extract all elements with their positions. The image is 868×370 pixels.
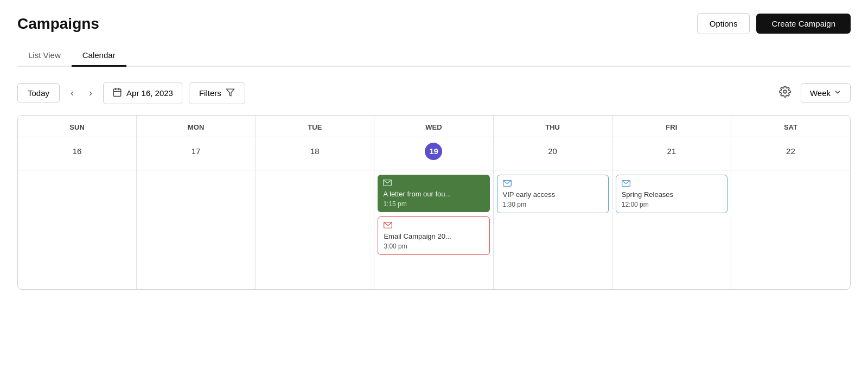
day-header-mon: MON: [137, 116, 256, 137]
event-time-vip: 1:30 pm: [503, 201, 603, 208]
date-cell-16[interactable]: 16: [18, 137, 137, 170]
prev-arrow-button[interactable]: ‹: [66, 84, 78, 102]
page-title: Campaigns: [17, 15, 99, 33]
day-header-thu: THU: [494, 116, 612, 137]
today-button[interactable]: Today: [17, 83, 60, 103]
event-title-email-campaign: Email Campaign 20...: [384, 232, 483, 241]
tab-list-view[interactable]: List View: [17, 45, 72, 67]
date-picker-value: Apr 16, 2023: [126, 88, 173, 98]
event-cell-thu: VIP early access 1:30 pm: [494, 170, 612, 289]
tabs: List View Calendar: [17, 45, 851, 67]
day-header-wed: WED: [374, 116, 493, 137]
date-cell-18[interactable]: 18: [256, 137, 374, 170]
chevron-down-icon: [834, 88, 841, 98]
date-cell-17[interactable]: 17: [137, 137, 256, 170]
week-selector-button[interactable]: Week: [801, 83, 851, 103]
mail-icon-vip: [503, 180, 603, 188]
week-label: Week: [810, 88, 831, 98]
event-title-letter: A letter from our fou...: [383, 190, 484, 199]
date-number-17: 17: [187, 143, 205, 160]
event-cell-mon: [137, 170, 256, 289]
tab-calendar[interactable]: Calendar: [72, 45, 126, 67]
date-number-22: 22: [782, 143, 799, 160]
create-campaign-button[interactable]: Create Campaign: [756, 14, 851, 34]
date-number-18: 18: [306, 143, 323, 160]
date-cell-22[interactable]: 22: [731, 137, 850, 170]
calendar-date-row: 16 17 18 19 20 21 22: [18, 137, 850, 170]
event-cell-sun: [18, 170, 137, 289]
event-cell-tue: [256, 170, 374, 289]
event-time-letter: 1:15 pm: [383, 200, 484, 208]
date-number-20: 20: [544, 143, 561, 160]
date-number-16: 16: [68, 143, 86, 160]
event-cell-wed: A letter from our fou... 1:15 pm Email C…: [374, 170, 493, 289]
day-header-fri: FRI: [612, 116, 731, 137]
page: Campaigns Options Create Campaign List V…: [0, 0, 868, 303]
calendar-day-headers: SUN MON TUE WED THU FRI SAT: [18, 116, 850, 137]
calendar-grid: SUN MON TUE WED THU FRI SAT 16 17 18 19 …: [17, 115, 851, 290]
header-actions: Options Create Campaign: [697, 13, 851, 34]
filter-icon: [226, 88, 235, 99]
event-cell-fri: Spring Releases 12:00 pm: [612, 170, 731, 289]
gear-icon: [779, 87, 791, 100]
date-cell-21[interactable]: 21: [612, 137, 731, 170]
mail-icon-letter: [383, 179, 484, 188]
event-email-campaign[interactable]: Email Campaign 20... 3:00 pm: [378, 216, 489, 255]
chevron-left-icon: ‹: [71, 87, 74, 98]
date-picker-button[interactable]: Apr 16, 2023: [103, 82, 182, 104]
event-vip[interactable]: VIP early access 1:30 pm: [497, 175, 609, 213]
event-spring[interactable]: Spring Releases 12:00 pm: [616, 175, 727, 213]
event-title-spring: Spring Releases: [622, 190, 722, 200]
event-letter[interactable]: A letter from our fou... 1:15 pm: [378, 175, 489, 212]
svg-rect-0: [113, 89, 121, 97]
svg-marker-4: [226, 89, 234, 96]
chevron-right-icon: ›: [89, 87, 92, 98]
filters-button[interactable]: Filters: [189, 82, 245, 104]
date-cell-19[interactable]: 19: [374, 137, 493, 170]
date-number-21: 21: [663, 143, 680, 160]
settings-button[interactable]: [776, 82, 794, 104]
event-title-vip: VIP early access: [503, 190, 603, 200]
date-number-19: 19: [425, 143, 442, 160]
day-header-sat: SAT: [731, 116, 850, 137]
calendar-events-row: A letter from our fou... 1:15 pm Email C…: [18, 170, 850, 289]
svg-point-5: [783, 90, 787, 93]
event-time-spring: 12:00 pm: [622, 201, 722, 208]
event-time-email-campaign: 3:00 pm: [384, 243, 483, 250]
options-button[interactable]: Options: [697, 13, 750, 34]
mail-icon-spring: [622, 180, 722, 188]
page-header: Campaigns Options Create Campaign: [17, 13, 851, 34]
calendar-toolbar: Today ‹ › Apr 16, 2023 Filters: [17, 82, 851, 104]
day-header-tue: TUE: [256, 116, 374, 137]
mail-icon-email-campaign: [384, 221, 483, 230]
filters-label: Filters: [199, 88, 221, 98]
next-arrow-button[interactable]: ›: [85, 84, 97, 102]
date-cell-20[interactable]: 20: [494, 137, 612, 170]
day-header-sun: SUN: [18, 116, 137, 137]
calendar-icon: [112, 87, 122, 99]
event-cell-sat: [731, 170, 850, 289]
